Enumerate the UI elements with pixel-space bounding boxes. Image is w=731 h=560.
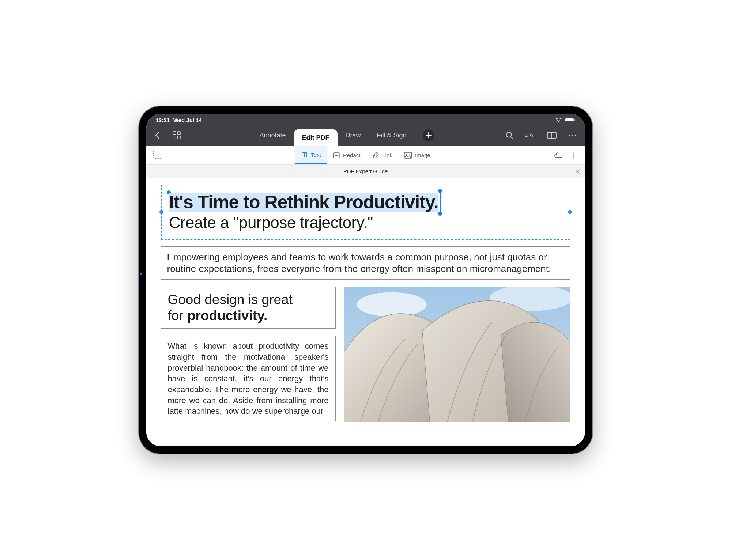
tool-text-label: Text bbox=[311, 152, 321, 158]
svg-rect-4 bbox=[177, 132, 180, 135]
selection-marquee-icon[interactable] bbox=[153, 150, 162, 160]
svg-point-14 bbox=[574, 135, 576, 136]
redact-icon bbox=[333, 152, 340, 159]
resize-handle-left[interactable] bbox=[159, 210, 163, 214]
svg-point-20 bbox=[406, 154, 407, 155]
image-icon bbox=[404, 152, 412, 159]
text-cursor bbox=[440, 191, 441, 213]
svg-text:A: A bbox=[529, 132, 534, 139]
file-close-button[interactable] bbox=[575, 169, 581, 174]
status-bar: 12:21 Wed Jul 14 bbox=[146, 114, 585, 125]
svg-rect-5 bbox=[173, 136, 176, 139]
battery-icon bbox=[565, 117, 576, 122]
add-tab-button[interactable] bbox=[423, 129, 434, 141]
design-heading-block[interactable]: Good design is great for productivity. bbox=[161, 287, 336, 329]
reader-view-button[interactable] bbox=[546, 130, 558, 140]
screen: 12:21 Wed Jul 14 bbox=[146, 114, 585, 446]
hero-subheading[interactable]: Create a "purpose trajectory." bbox=[169, 213, 562, 232]
svg-rect-2 bbox=[574, 119, 575, 121]
resize-handle-right[interactable] bbox=[568, 210, 572, 214]
tool-link[interactable]: Link bbox=[366, 146, 398, 164]
tool-image[interactable]: Image bbox=[398, 146, 436, 164]
design-heading-line2-pre: for bbox=[168, 308, 187, 323]
tab-annotate-label: Annotate bbox=[259, 132, 286, 139]
intro-paragraph-block[interactable]: Empowering employees and teams to work t… bbox=[161, 246, 570, 280]
svg-rect-1 bbox=[565, 118, 573, 121]
tool-redact[interactable]: Redact bbox=[327, 146, 366, 164]
svg-rect-3 bbox=[173, 132, 176, 135]
device-side-indicator bbox=[140, 273, 142, 275]
svg-rect-6 bbox=[177, 136, 180, 139]
hero-heading-bold[interactable]: It's Time to Rethink Productivity. bbox=[169, 193, 438, 212]
selection-end-handle-top[interactable] bbox=[438, 189, 442, 193]
tab-fill-sign[interactable]: Fill & Sign bbox=[369, 125, 415, 146]
status-date: Wed Jul 14 bbox=[173, 117, 202, 123]
link-icon bbox=[372, 152, 379, 159]
top-toolbar: Annotate Edit PDF Draw Fill & Sign AA bbox=[146, 125, 585, 146]
text-size-button[interactable]: AA bbox=[524, 130, 537, 140]
status-time: 12:21 bbox=[156, 117, 170, 123]
svg-point-13 bbox=[572, 135, 573, 136]
tab-edit-pdf-label: Edit PDF bbox=[302, 134, 329, 142]
back-button[interactable] bbox=[153, 130, 162, 141]
text-icon bbox=[301, 151, 308, 158]
tool-image-label: Image bbox=[415, 152, 430, 158]
intro-paragraph-text: Empowering employees and teams to work t… bbox=[167, 251, 551, 275]
tab-draw[interactable]: Draw bbox=[338, 125, 369, 146]
search-button[interactable] bbox=[504, 130, 515, 141]
tab-fill-sign-label: Fill & Sign bbox=[377, 132, 407, 139]
body-paragraph-block[interactable]: What is known about productivity comes s… bbox=[161, 336, 336, 421]
selected-text-block[interactable]: It's Time to Rethink Productivity. Creat… bbox=[161, 185, 570, 240]
selection-end-handle-bottom[interactable] bbox=[438, 212, 442, 216]
svg-rect-15 bbox=[154, 151, 161, 158]
undo-button[interactable] bbox=[551, 150, 565, 160]
tool-redact-label: Redact bbox=[343, 152, 361, 158]
edit-toolbar: Text Redact Link Image bbox=[146, 146, 585, 165]
body-paragraph-text: What is known about productivity comes s… bbox=[168, 341, 329, 416]
svg-rect-18 bbox=[335, 155, 338, 156]
svg-point-12 bbox=[569, 135, 570, 136]
wifi-icon bbox=[555, 117, 562, 122]
file-title: PDF Expert Guide bbox=[343, 168, 388, 174]
tab-draw-label: Draw bbox=[346, 132, 361, 139]
svg-text:A: A bbox=[525, 134, 528, 138]
svg-point-24 bbox=[357, 292, 426, 317]
more-button[interactable] bbox=[567, 132, 579, 138]
side-drag-handle-icon[interactable] bbox=[571, 150, 579, 161]
apps-grid-icon[interactable] bbox=[171, 130, 182, 141]
architecture-image[interactable] bbox=[344, 287, 570, 422]
design-heading-line1: Good design is great bbox=[168, 292, 293, 307]
file-tab-bar: PDF Expert Guide bbox=[146, 165, 585, 178]
tool-text[interactable]: Text bbox=[295, 146, 327, 164]
tab-annotate[interactable]: Annotate bbox=[251, 125, 294, 146]
design-heading-line2-bold: productivity. bbox=[187, 308, 267, 323]
tool-link-label: Link bbox=[382, 152, 392, 158]
tab-edit-pdf[interactable]: Edit PDF bbox=[294, 129, 338, 146]
ipad-frame: 12:21 Wed Jul 14 bbox=[139, 106, 592, 454]
document-area[interactable]: It's Time to Rethink Productivity. Creat… bbox=[146, 178, 585, 446]
